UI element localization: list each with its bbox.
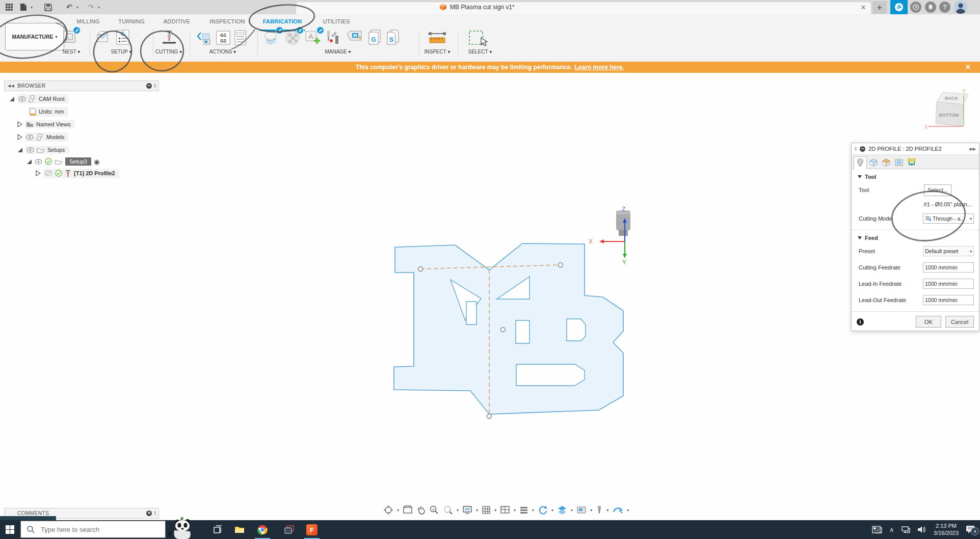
tab-turning[interactable]: TURNING [115,18,148,29]
pan-icon[interactable] [416,505,426,515]
tool-select-button[interactable]: Select... [924,184,951,196]
nest-sphere-icon[interactable] [284,30,301,46]
dialog-collapse-icon[interactable]: ▶▶ [970,147,976,151]
setup-new-icon[interactable] [96,30,112,45]
browser-panel-header[interactable]: ◀◀ BROWSER − ‖ [4,80,159,91]
cancel-button[interactable]: Cancel [945,316,974,328]
app-grid-icon[interactable] [3,2,15,13]
group-label-manage[interactable]: MANAGE ▾ [321,49,355,55]
tool-library-icon[interactable] [325,30,341,46]
comments-resize-grip[interactable]: ‖ [154,510,156,516]
measure-icon[interactable] [427,30,447,46]
action-center-icon[interactable]: 4 [966,525,976,534]
leadin-feedrate-input[interactable]: 1000 mm/min [923,279,974,289]
zoom-window-caret[interactable]: ▾ [457,508,459,513]
eye-icon[interactable] [27,147,34,153]
tree-row-setup3[interactable]: Setup3 ◉ [27,156,99,167]
expand-closed-icon[interactable] [36,170,41,176]
ok-button[interactable]: OK [916,316,941,328]
machine-view-caret[interactable]: ▾ [590,508,592,513]
tree-row-cam-root[interactable]: CAM Root [9,94,69,104]
steps-caret[interactable]: ▾ [532,508,534,513]
tree-row-2d-profile2[interactable]: [T1] 2D Profile2 [36,168,119,178]
grid-caret[interactable]: ▾ [494,508,496,513]
file-menu-caret[interactable]: ▾ [31,5,33,10]
tree-row-units[interactable]: Units: mm [29,106,68,117]
window-switcher-button[interactable] [279,520,300,539]
browser-resize-grip[interactable]: ‖ [154,83,156,89]
tool-section-header[interactable]: Tool [852,169,979,182]
news-widget-icon[interactable] [872,526,882,534]
chrome-button[interactable] [252,520,273,539]
task-view-button[interactable] [208,520,228,539]
active-setup-radio-icon[interactable]: ◉ [94,158,99,166]
tree-row-setups[interactable]: Setups [17,145,69,155]
dialog-tab-tool[interactable] [854,156,867,169]
nest-tool-icon[interactable] [62,30,77,45]
tab-utilities[interactable]: UTILITIES [319,18,354,29]
leadout-feedrate-input[interactable]: 1000 mm/min [923,295,974,305]
dialog-tab-linking[interactable] [906,156,918,168]
template-library-icon[interactable]: S [386,30,401,46]
eye-icon[interactable] [35,159,42,165]
cutting-feedrate-input[interactable]: 1000 mm/min [923,262,974,273]
visual-style-icon[interactable] [557,505,567,515]
orbit-icon[interactable] [383,505,393,515]
setup-sheet-icon[interactable] [234,30,247,46]
group-label-cutting[interactable]: CUTTING ▾ [151,49,187,55]
expand-open-icon[interactable] [9,96,15,102]
eye-off-icon[interactable] [44,170,52,176]
expand-open-icon[interactable] [17,147,23,153]
steps-icon[interactable] [519,506,528,514]
dialog-tab-geometry[interactable] [867,156,880,168]
job-status-icon[interactable] [910,2,921,13]
undo-caret[interactable]: ▾ [76,5,78,10]
browser-visibility-dot-icon[interactable]: − [146,83,152,89]
search-highlight-panda[interactable] [164,515,200,539]
volume-icon[interactable] [917,526,926,533]
visual-style-caret[interactable]: ▾ [571,508,573,513]
post-library-icon[interactable]: G [368,30,382,46]
orbit-caret[interactable]: ▾ [397,508,399,513]
tool-name-value[interactable]: #1 - Ø0.05" plasn... [924,201,972,207]
tab-additive[interactable]: ADDITIVE [160,18,194,29]
dialog-header[interactable]: ‖ − 2D PROFILE : 2D PROFILE2 ▶▶ [852,143,979,155]
fabrication-tool-icon[interactable] [263,30,280,46]
cutting-tool-icon[interactable] [161,30,178,46]
post-process-icon[interactable] [196,30,212,46]
browser-collapse-icon[interactable]: ◀◀ [8,84,14,88]
viewport-canvas[interactable]: X Y Z BACK BOTTOM X Y ◀◀ BROWSER − ‖ [0,73,980,520]
feed-section-header[interactable]: Feed [852,230,979,243]
expand-open-icon[interactable] [27,159,32,165]
redo-icon[interactable]: ↷ [85,2,97,13]
machine-view-icon[interactable] [576,506,587,514]
eye-icon[interactable] [26,134,34,140]
notifications-bell-icon[interactable] [925,2,936,13]
dialog-grip[interactable]: ‖ [855,146,857,152]
dialog-tab-heights[interactable] [880,156,892,168]
setup3-selected-label[interactable]: Setup3 [65,157,91,166]
display-settings-icon[interactable] [462,505,472,515]
setup-gcode-icon[interactable]: G [116,30,129,45]
expand-closed-icon[interactable] [17,134,22,140]
start-button[interactable] [0,520,19,539]
tab-inspection[interactable]: INSPECTION [206,18,248,29]
zoom-icon[interactable]: ± [429,505,439,515]
dialog-dot-icon[interactable]: − [860,146,865,152]
display-settings-caret[interactable]: ▾ [476,508,478,513]
banner-close-icon[interactable]: ✕ [965,62,971,73]
new-tab-button[interactable]: + [872,1,887,14]
expand-closed-icon[interactable] [17,121,22,127]
info-icon[interactable]: i [857,318,864,326]
group-label-select[interactable]: SELECT ▾ [464,49,496,55]
group-label-setup[interactable]: SETUP ▾ [104,49,138,55]
save-icon[interactable] [42,2,54,13]
toolpath-trail-icon[interactable] [612,506,623,514]
user-avatar[interactable] [954,1,967,14]
zoom-window-icon[interactable] [443,505,453,515]
taskbar-clock[interactable]: 2:13 PM 3/16/2023 [934,523,959,537]
group-label-inspect[interactable]: INSPECT ▾ [420,49,454,55]
tool-view-icon[interactable] [596,505,603,515]
network-icon[interactable] [901,526,910,533]
group-label-actions[interactable]: ACTIONS ▾ [206,49,240,55]
